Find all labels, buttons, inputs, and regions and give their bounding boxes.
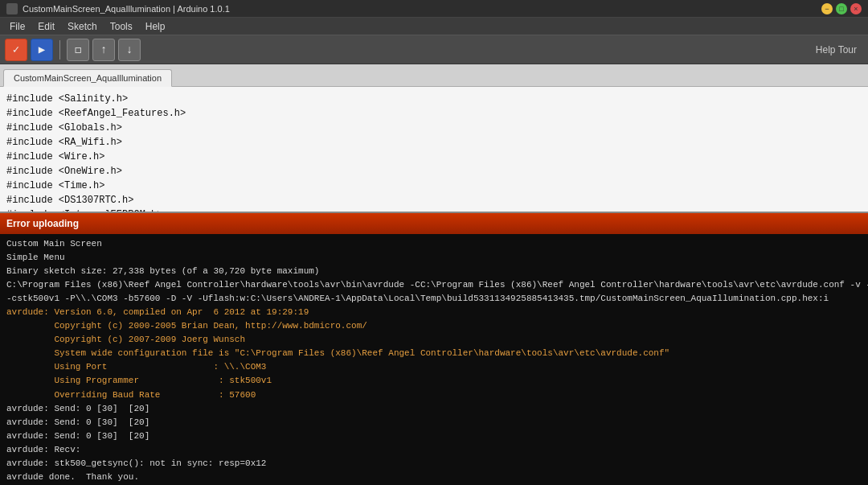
editor-tab[interactable]: CustomMainScreen_AquaIllumination — [3, 69, 172, 87]
verify-button[interactable]: ✓ — [5, 39, 27, 61]
toolbar: ✓ ▶ ◻ ↑ ↓ Help Tour — [0, 35, 868, 64]
editor-container: CustomMainScreen_AquaIllumination #inclu… — [0, 64, 868, 213]
upload-button[interactable]: ▶ — [31, 39, 53, 61]
menu-bar: FileEditSketchToolsHelp — [0, 18, 868, 35]
code-line: #include <DS1307RTC.h> — [6, 193, 862, 208]
help-tour-link[interactable]: Help Tour — [809, 43, 863, 57]
new-button[interactable]: ◻ — [67, 39, 89, 61]
console-line: avrdude done. Thank you. — [6, 471, 862, 484]
code-line: #include <Time.h> — [6, 179, 862, 193]
console-line: C:\Program Files (x86)\Reef Angel Contro… — [6, 278, 862, 292]
console-line: avrdude: Send: 0 [30] [20] — [6, 402, 862, 416]
console-line: avrdude: Send: 0 [30] [20] — [6, 430, 862, 443]
code-line: #include <OneWire.h> — [6, 164, 862, 179]
menu-item-sketch[interactable]: Sketch — [61, 19, 104, 34]
code-line: #include <ReefAngel_Features.h> — [6, 106, 862, 121]
minimize-button[interactable]: − — [821, 3, 833, 14]
maximize-button[interactable]: □ — [836, 3, 847, 14]
console-line: avrdude: Recv: — [6, 443, 862, 457]
console-line: Custom Main Screen — [6, 237, 862, 251]
menu-item-edit[interactable]: Edit — [31, 19, 61, 34]
console-line: Overriding Baud Rate : 57600 — [6, 388, 862, 402]
console-line: Simple Menu — [6, 251, 862, 265]
console-text: Custom Main ScreenSimple MenuBinary sket… — [0, 234, 868, 485]
console-line: -cstk500v1 -P\\.\COM3 -b57600 -D -V -Ufl… — [6, 292, 862, 306]
app-icon — [6, 3, 18, 14]
menu-item-file[interactable]: File — [3, 19, 31, 34]
console-line: avrdude: Send: 0 [30] [20] — [6, 416, 862, 430]
console-line: Using Port : \\.\COM3 — [6, 360, 862, 374]
code-line: #include <Wire.h> — [6, 150, 862, 164]
toolbar-separator-1 — [59, 40, 60, 60]
save-button[interactable]: ↓ — [118, 39, 141, 61]
tab-bar: CustomMainScreen_AquaIllumination — [0, 64, 868, 87]
code-line: #include <InternalEEPROM.h> — [6, 208, 862, 213]
menu-item-help[interactable]: Help — [139, 19, 172, 34]
code-line: #include <RA_Wifi.h> — [6, 135, 862, 150]
console-line: Using Programmer : stk500v1 — [6, 374, 862, 388]
error-text: Error uploading — [6, 218, 79, 229]
code-line: #include <Salinity.h> — [6, 92, 862, 106]
open-button[interactable]: ↑ — [92, 39, 115, 61]
close-button[interactable]: × — [850, 3, 862, 14]
console-line: Copyright (c) 2000-2005 Brian Dean, http… — [6, 319, 862, 333]
code-area[interactable]: #include <Salinity.h>#include <ReefAngel… — [0, 87, 868, 213]
console-area: Custom Main ScreenSimple MenuBinary sket… — [0, 234, 868, 485]
console-line: Binary sketch size: 27,338 bytes (of a 3… — [6, 265, 862, 278]
code-line: #include <Globals.h> — [6, 121, 862, 135]
console-line: System wide configuration file is "C:\Pr… — [6, 347, 862, 360]
window-title: CustomMainScreen_AquaIllumination | Ardu… — [23, 4, 821, 14]
console-line: avrdude: stk500_getsync(): not in sync: … — [6, 457, 862, 471]
menu-item-tools[interactable]: Tools — [104, 19, 139, 34]
title-bar: CustomMainScreen_AquaIllumination | Ardu… — [0, 0, 868, 18]
console-line: Copyright (c) 2007-2009 Joerg Wunsch — [6, 333, 862, 347]
console-line: avrdude: Version 6.0, compiled on Apr 6 … — [6, 306, 862, 319]
error-bar: Error uploading — [0, 213, 868, 234]
window-controls: − □ × — [821, 3, 862, 14]
